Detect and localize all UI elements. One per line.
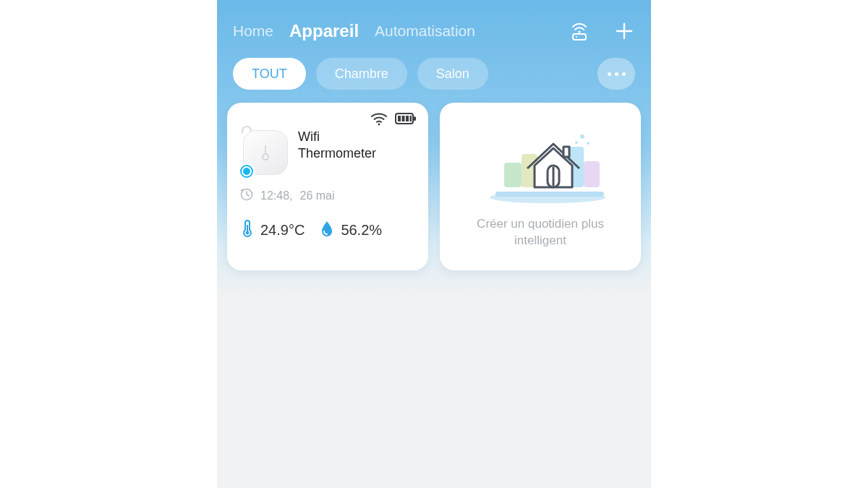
smart-home-illustration [475, 119, 605, 206]
svg-point-25 [580, 134, 584, 139]
svg-rect-1 [573, 34, 586, 40]
tab-automatisation[interactable]: Automatisation [375, 22, 475, 40]
device-card[interactable]: Wifi Thermometer 12:48, 26 mai [227, 103, 428, 270]
temperature-value: 24.9°C [260, 222, 305, 239]
promo-text: Créer un quotidien plus intelligent [453, 216, 628, 249]
filter-all[interactable]: TOUT [233, 58, 306, 90]
svg-rect-11 [410, 116, 412, 121]
device-header: Wifi Thermometer [240, 127, 415, 178]
svg-rect-16 [504, 163, 522, 187]
svg-rect-19 [584, 161, 600, 187]
svg-point-14 [246, 231, 250, 235]
device-timestamp: 12:48, 26 mai [240, 188, 415, 204]
svg-rect-10 [406, 116, 409, 121]
humidity-icon [319, 219, 335, 241]
svg-point-0 [578, 30, 580, 33]
device-name-line1: Wifi [298, 129, 376, 145]
device-date: 26 mai [299, 189, 334, 202]
device-name-line2: Thermometer [298, 145, 376, 162]
svg-point-27 [587, 142, 590, 145]
svg-rect-24 [495, 192, 604, 197]
battery-icon [395, 113, 417, 127]
room-filters: TOUT Chambre Salon [217, 51, 651, 103]
humidity-reading: 56.2% [319, 219, 382, 241]
alexa-badge-icon [239, 163, 255, 179]
tab-appareil[interactable]: Appareil [289, 21, 359, 41]
device-image [240, 127, 291, 178]
svg-rect-20 [563, 147, 569, 157]
filter-salon[interactable]: Salon [417, 58, 488, 90]
thermometer-icon [240, 218, 255, 241]
device-time: 12:48, [260, 189, 292, 202]
svg-point-12 [263, 154, 268, 160]
device-readings: 24.9°C 56.2% [240, 218, 415, 241]
svg-rect-7 [414, 116, 416, 121]
humidity-value: 56.2% [341, 222, 382, 239]
svg-point-2 [576, 36, 577, 38]
network-icon[interactable] [569, 20, 590, 42]
app-screen: Home Appareil Automatisation TOUT Chambr… [217, 0, 651, 488]
filter-chambre[interactable]: Chambre [316, 58, 407, 90]
svg-point-5 [378, 124, 380, 126]
svg-point-26 [575, 141, 578, 144]
temperature-reading: 24.9°C [240, 218, 305, 241]
svg-rect-8 [398, 116, 401, 121]
clock-icon [240, 188, 253, 204]
device-status-icons [370, 111, 417, 129]
device-name: Wifi Thermometer [298, 129, 376, 163]
tab-home[interactable]: Home [233, 22, 273, 40]
add-button[interactable] [613, 20, 635, 42]
more-rooms-button[interactable] [597, 58, 635, 90]
promo-card[interactable]: Créer un quotidien plus intelligent [440, 103, 641, 270]
wifi-icon [370, 111, 388, 129]
cards-row: Wifi Thermometer 12:48, 26 mai [217, 103, 651, 270]
svg-rect-9 [402, 116, 405, 121]
top-nav: Home Appareil Automatisation [217, 0, 651, 51]
